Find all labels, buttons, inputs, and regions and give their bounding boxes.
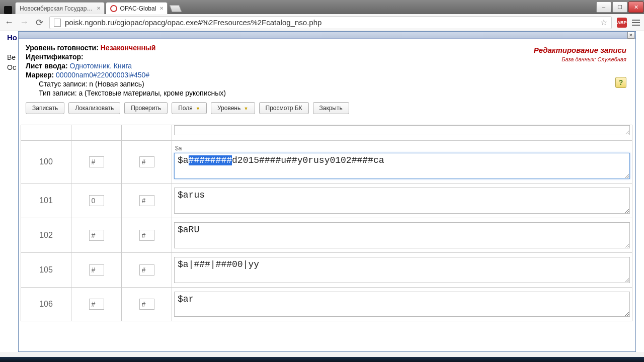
record-type-label: Тип записи: (39, 89, 77, 97)
field-value-input[interactable] (174, 222, 630, 248)
windows-taskbar (0, 357, 644, 362)
bg-line: Ос (7, 63, 16, 71)
field-value-input[interactable] (174, 257, 630, 283)
record-editor-modal: ✕ Редактирование записи База данных: Слу… (18, 31, 636, 352)
header-right: Редактирование записи База данных: Служе… (534, 46, 626, 62)
tab-active[interactable]: OPAC-Global ✕ (106, 2, 168, 14)
bookmark-star-icon[interactable]: ☆ (600, 18, 607, 27)
field-value-input[interactable]: $a########d2015####u##y0rusy0102####ca (174, 153, 630, 179)
ind1-cell (71, 141, 122, 183)
tag-cell (21, 125, 71, 140)
close-icon[interactable]: ✕ (627, 32, 634, 39)
record-status-label: Статус записи: (39, 80, 87, 88)
marker-label: Маркер: (26, 71, 54, 79)
bg-line: Ве (7, 53, 16, 61)
app-favicon (4, 6, 12, 14)
bg-heading: Но (7, 33, 17, 42)
fields-dropdown[interactable]: Поля (172, 102, 207, 114)
reload-icon[interactable]: ⟳ (34, 18, 44, 28)
fields-grid[interactable]: 100 $a $a########d2015####u##y0rusy0102#… (21, 124, 632, 351)
new-tab-button[interactable] (170, 5, 182, 12)
localize-button[interactable]: Локализовать (68, 102, 120, 114)
tag-cell: 105 (21, 253, 71, 287)
tag-cell: 100 (21, 141, 71, 183)
url-input[interactable]: poisk.ngonb.ru/cgiopac/opacg/opac.exe#%2… (49, 16, 612, 29)
record-type-link[interactable]: a (Текстовые материалы, кроме рукописных… (78, 89, 226, 97)
window-close-button[interactable]: ✕ (628, 2, 643, 13)
page-icon (54, 19, 61, 27)
tag-cell: 102 (21, 218, 71, 252)
tab-label: Новосибирская Государ… (20, 5, 93, 12)
forward-icon[interactable]: → (19, 18, 29, 28)
field-value-input[interactable] (174, 188, 630, 214)
indicator2-input[interactable] (139, 264, 154, 276)
indicator2-input[interactable] (139, 156, 154, 167)
record-status-link[interactable]: n (Новая запись) (89, 80, 144, 88)
help-icon[interactable]: ? (615, 77, 626, 88)
readiness-value: Незаконченный (101, 44, 156, 52)
close-button[interactable]: Закрыть (313, 102, 349, 114)
input-sheet-value: Однотомник. Книга (70, 62, 132, 70)
maximize-button[interactable]: ☐ (612, 2, 627, 13)
opac-favicon-icon (110, 5, 117, 12)
preview-button[interactable]: Просмотр БК (259, 102, 309, 114)
selected-text: ######## (189, 155, 232, 165)
ind2-cell (122, 141, 172, 183)
indicator1-input[interactable] (89, 230, 104, 241)
address-bar: ← → ⟳ poisk.ngonb.ru/cgiopac/opacg/opac.… (0, 14, 644, 31)
indicator1-input[interactable] (89, 299, 104, 310)
marker-value: 00000nam0#22000003i#450# (56, 71, 149, 79)
database-label: База данных: Служебная (534, 56, 626, 62)
indicator2-input[interactable] (139, 299, 154, 310)
field-value-input[interactable] (174, 292, 630, 317)
readiness-label: Уровень готовности: (26, 44, 99, 52)
indicator1-input[interactable] (89, 156, 104, 167)
url-text: poisk.ngonb.ru/cgiopac/opacg/opac.exe#%2… (65, 18, 321, 27)
indicator1-input[interactable] (89, 264, 104, 276)
save-button[interactable]: Записать (26, 102, 64, 114)
check-button[interactable]: Проверить (124, 102, 168, 114)
subfield-label: $a (175, 145, 182, 152)
field-value-input[interactable] (174, 125, 630, 135)
tab-label: OPAC-Global (120, 5, 156, 12)
ind2-cell (122, 125, 172, 140)
tab-inactive[interactable]: Новосибирская Государ… ✕ (15, 2, 105, 14)
value-cell: $a $a########d2015####u##y0rusy0102####c… (172, 141, 632, 183)
window-controls: – ☐ ✕ (596, 0, 644, 14)
editor-toolbar: Записать Локализовать Проверить Поля Уро… (26, 102, 628, 114)
adblock-icon[interactable]: ABP (617, 18, 627, 28)
close-icon[interactable]: ✕ (95, 5, 102, 12)
value-cell (172, 125, 632, 140)
indicator1-input[interactable] (89, 195, 104, 206)
close-icon[interactable]: ✕ (158, 5, 165, 12)
chrome-menu-icon[interactable] (632, 20, 640, 26)
ind1-cell (71, 125, 122, 140)
level-dropdown[interactable]: Уровень (211, 102, 255, 114)
mode-label: Редактирование записи (534, 46, 626, 54)
back-icon[interactable]: ← (4, 18, 14, 28)
indicator2-input[interactable] (139, 230, 154, 241)
identifier-label: Идентификатор: (26, 53, 84, 61)
input-sheet-label: Лист ввода: (26, 62, 68, 70)
indicator2-input[interactable] (139, 195, 154, 206)
tag-cell: 101 (21, 184, 71, 218)
modal-titlebar: ✕ (19, 32, 635, 39)
minimize-button[interactable]: – (596, 2, 611, 13)
browser-tabbar: Новосибирская Государ… ✕ OPAC-Global ✕ (0, 0, 644, 14)
tag-cell: 106 (21, 288, 71, 321)
